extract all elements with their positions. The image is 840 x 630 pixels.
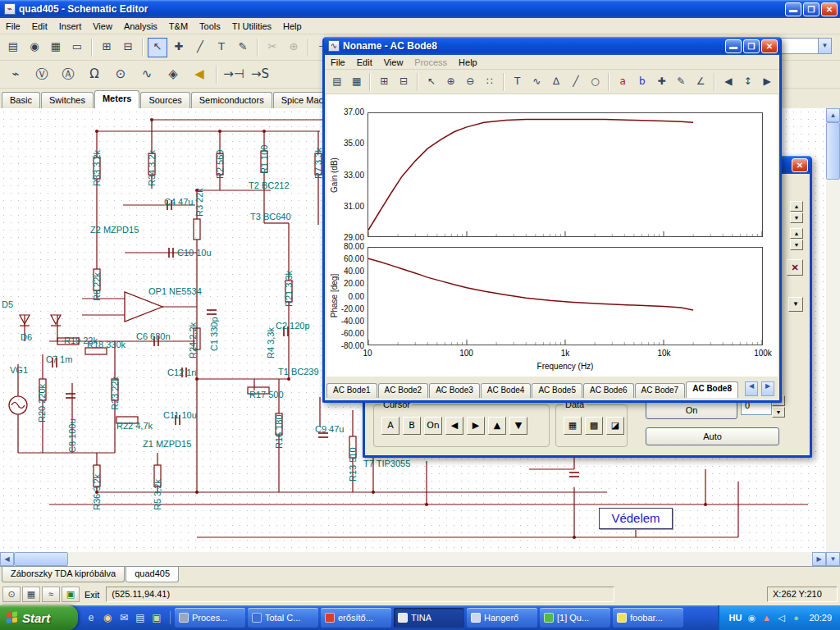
component-tab[interactable]: Switches <box>41 92 94 108</box>
component-tab[interactable]: Sources <box>140 92 189 108</box>
maximize-button[interactable]: ❐ <box>743 39 760 53</box>
quicklaunch-explorer-icon[interactable]: ▤ <box>134 611 147 624</box>
minimize-button[interactable]: ▬ <box>785 2 801 16</box>
menu-item[interactable]: Help <box>277 19 308 34</box>
save-icon[interactable]: ▦ <box>348 73 366 91</box>
chart-area[interactable]: 37.0035.0033.0031.0029.00 Gain (dB) 80.0… <box>326 94 778 377</box>
menu-item[interactable]: Insert <box>53 19 88 34</box>
spin-up-icon[interactable]: ▲ <box>790 228 803 239</box>
cursor-b-button[interactable]: B <box>403 417 421 435</box>
bode-tab[interactable]: AC Bode3 <box>429 383 480 398</box>
oscilloscope-icon[interactable]: ⊙ <box>108 63 133 86</box>
menu-item[interactable]: Edit <box>26 19 53 34</box>
cursor-on-button[interactable]: On <box>424 417 442 435</box>
tray-antivirus-icon[interactable]: ▲ <box>760 612 772 623</box>
cut-icon[interactable]: ✂ <box>262 38 282 57</box>
copy-icon[interactable]: ⊞ <box>97 38 116 57</box>
export-data-icon[interactable]: ▦ <box>564 417 582 435</box>
taskbar-task-button[interactable]: Total C... <box>248 608 318 628</box>
minimize-button[interactable]: ▬ <box>725 39 742 53</box>
scroll-right-icon[interactable]: ▶ <box>812 552 826 566</box>
open-web-icon[interactable]: ◉ <box>25 38 44 57</box>
menu-item[interactable]: Process <box>409 55 453 70</box>
pointer-icon[interactable]: ↖ <box>422 73 441 91</box>
delete-item-button[interactable]: ✕ <box>787 259 803 276</box>
signal-tool-icon[interactable]: ≈ <box>42 587 60 602</box>
bode-tab[interactable]: AC Bode2 <box>378 383 429 398</box>
spin-down-icon[interactable]: ▼ <box>790 212 803 223</box>
dropdown-arrow-icon[interactable]: ▼ <box>788 297 803 312</box>
axis-tool-icon[interactable]: ∆ <box>547 73 565 91</box>
vertical-scroll-thumb[interactable] <box>826 122 840 180</box>
save-icon[interactable]: ▦ <box>46 38 66 57</box>
component-tab[interactable]: Semiconductors <box>191 92 272 108</box>
prev-page-icon[interactable]: ◀ <box>719 73 737 91</box>
voltmeter-icon[interactable]: Ⓥ <box>30 63 54 86</box>
menu-item[interactable]: Help <box>453 55 483 70</box>
pen-icon[interactable]: ✎ <box>673 73 691 91</box>
text-tool-icon[interactable]: T <box>212 38 231 57</box>
print-icon[interactable]: ▭ <box>67 38 87 57</box>
pen-icon[interactable]: ✎ <box>233 38 253 57</box>
copy-data-icon[interactable]: ▩ <box>585 417 603 435</box>
menu-item[interactable]: T&M <box>163 19 194 34</box>
zoom-in-icon[interactable]: ⊕ <box>442 73 460 91</box>
menu-item[interactable]: Tools <box>194 19 226 34</box>
output-macro-icon[interactable]: →S <box>248 63 272 86</box>
exit-button[interactable]: Exit <box>84 590 99 600</box>
grid-toggle-icon[interactable]: ∷ <box>481 73 499 91</box>
bode-tab[interactable]: AC Bode1 <box>326 383 377 398</box>
quicklaunch-browser-icon[interactable]: e <box>84 611 98 624</box>
quicklaunch-desktop-icon[interactable]: ▣ <box>150 611 163 624</box>
vertical-scrollbar[interactable]: ▲ ▼ <box>826 108 840 566</box>
cursor-b-icon[interactable]: b <box>633 73 651 91</box>
select-arrow-icon[interactable]: ↖ <box>148 38 167 57</box>
paste-icon[interactable]: ⊟ <box>118 38 138 57</box>
zoom-out-100-icon[interactable]: ⊖ <box>461 73 479 91</box>
curve-tool-icon[interactable]: ∿ <box>527 73 546 91</box>
bode-tab[interactable]: AC Bode8 <box>686 381 738 398</box>
language-indicator[interactable]: HU <box>729 613 742 623</box>
tabs-scroll-left-icon[interactable]: ◀ <box>745 381 758 396</box>
gain-plot[interactable] <box>368 112 763 237</box>
cursor-left-button[interactable]: ◀ <box>445 417 463 435</box>
spin-down-icon[interactable]: ▼ <box>790 240 803 250</box>
output-pin-icon[interactable]: →⊣ <box>221 63 246 86</box>
quicklaunch-media-icon[interactable]: ◉ <box>101 611 114 624</box>
scroll-up-icon[interactable]: ▲ <box>826 108 840 122</box>
spin-up-icon[interactable]: ▲ <box>790 201 803 212</box>
cursor-a-button[interactable]: A <box>381 417 399 435</box>
next-page-icon[interactable]: ▶ <box>758 73 776 91</box>
taskbar-task-button[interactable]: Hangerő <box>467 608 537 628</box>
menu-item[interactable]: Analysis <box>118 19 163 34</box>
open-icon[interactable]: ▤ <box>328 73 346 91</box>
maximize-button[interactable]: ❐ <box>803 2 819 16</box>
text-tool-icon[interactable]: T <box>509 73 527 91</box>
zoom-icon[interactable]: ⊕ <box>284 38 304 57</box>
spin-down-icon[interactable]: ▼ <box>772 407 785 418</box>
tray-update-icon[interactable]: ● <box>790 612 801 623</box>
horizontal-scroll-thumb[interactable] <box>14 552 68 566</box>
menu-item[interactable]: File <box>325 55 351 70</box>
ohmmeter-icon[interactable]: Ω <box>82 63 107 86</box>
tray-volume-icon[interactable]: ◁ <box>775 612 787 623</box>
taskbar-task-button[interactable]: erősítő... <box>321 608 391 628</box>
speaker-icon[interactable]: ◀ <box>187 63 212 86</box>
cursor-down-button[interactable]: ▼ <box>509 417 527 435</box>
auto-button[interactable]: Auto <box>646 427 779 445</box>
bode-tab[interactable]: AC Bode6 <box>583 383 634 398</box>
menu-item[interactable]: File <box>0 19 26 34</box>
bode-tab[interactable]: AC Bode7 <box>635 383 686 398</box>
taskbar-task-button[interactable]: Proces... <box>175 608 245 628</box>
phase-plot[interactable] <box>368 247 763 345</box>
sheet-tab[interactable]: Záborszky TDA kipróbálva <box>2 567 125 582</box>
taskbar-task-button[interactable]: foobar... <box>613 608 683 628</box>
cursor-up-button[interactable]: ▲ <box>488 417 506 435</box>
probe-tool-icon[interactable]: ⊙ <box>2 587 21 602</box>
bode-tab[interactable]: AC Bode4 <box>481 383 532 398</box>
interpolate-data-icon[interactable]: ◪ <box>606 417 624 435</box>
quicklaunch-mail-icon[interactable]: ✉ <box>117 611 130 624</box>
menu-item[interactable]: Edit <box>351 55 378 70</box>
close-button[interactable]: ✕ <box>821 2 838 16</box>
move-icon[interactable]: ✚ <box>169 38 189 57</box>
